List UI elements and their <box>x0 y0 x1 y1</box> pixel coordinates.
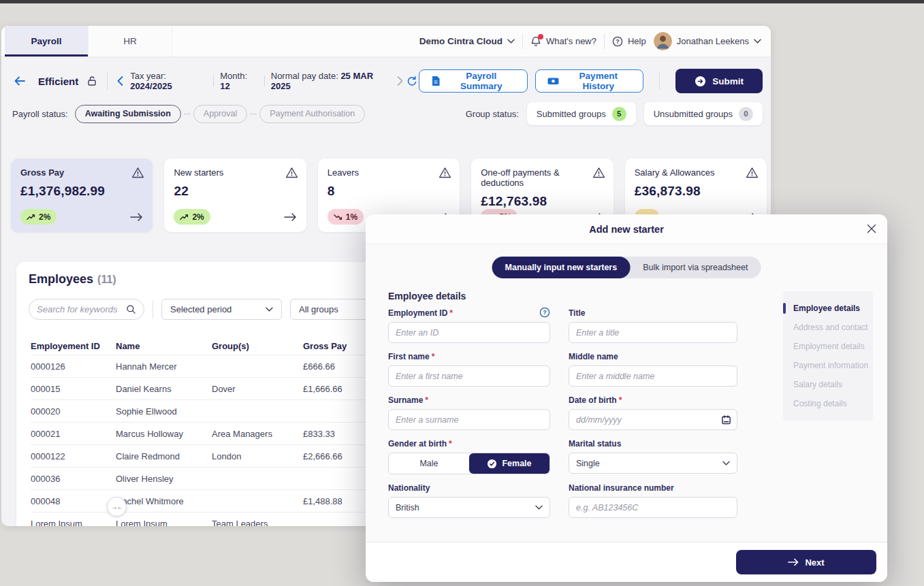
group-status-label: Group status: <box>466 109 519 119</box>
trend-value: 1% <box>346 212 357 222</box>
card-arrow-icon[interactable] <box>130 212 143 222</box>
cell-id: Lorem Ipsum <box>31 519 116 527</box>
cell-groups: London <box>212 451 303 461</box>
user-menu[interactable]: Jonathan Leekens <box>654 32 761 50</box>
field-label: Marital status <box>569 439 737 449</box>
help-button[interactable]: ? Help <box>612 36 646 47</box>
whats-new-button[interactable]: What's new? <box>530 36 596 47</box>
card-gross-pay[interactable]: Gross Pay £1,376,982.99 2% <box>11 159 153 232</box>
gender-option-male[interactable]: Male <box>389 453 469 474</box>
marital-status-select[interactable]: Single <box>569 453 737 474</box>
pay-period-info: Tax year: 2024/2025 Month: 12 Normal pay… <box>130 71 390 91</box>
unsubmitted-groups-button[interactable]: Unsubmitted groups 0 <box>644 102 763 125</box>
check-circle-icon <box>487 459 497 469</box>
middle-name-input[interactable] <box>569 365 737 387</box>
cell-name: Marcus Holloway <box>116 429 212 439</box>
step-employee-details[interactable]: Employee details <box>783 299 873 318</box>
back-button[interactable] <box>12 74 27 88</box>
chevron-down-icon <box>266 307 273 312</box>
card-arrow-icon[interactable] <box>284 212 297 222</box>
mode-manual-input[interactable]: Manually input new starters <box>492 257 631 278</box>
title-input[interactable] <box>569 322 737 343</box>
tab-hr[interactable]: HR <box>89 26 172 56</box>
reset-period-icon[interactable] <box>404 74 419 88</box>
ni-number-input[interactable] <box>569 497 737 518</box>
cell-id: 0000122 <box>31 451 116 461</box>
required-mark: * <box>619 395 622 405</box>
warning-icon <box>131 167 144 178</box>
step-employment-details[interactable]: Employment details <box>783 337 873 356</box>
header-actions: Demo Cintra Cloud What's new? ? Help <box>419 26 771 56</box>
month: Month: 12 <box>220 71 258 91</box>
submit-button[interactable]: Submit <box>675 69 763 93</box>
input-mode-toggle: Manually input new starters Bulk import … <box>492 257 761 278</box>
payroll-summary-label: Payroll Summary <box>447 71 515 91</box>
step-payment-information[interactable]: Payment information <box>783 356 873 375</box>
cell-name: Lorem Ipsum <box>116 519 212 527</box>
previous-period-button[interactable] <box>116 75 125 87</box>
next-button[interactable]: Next <box>736 550 876 574</box>
normal-pay-date: Normal pay date: 25 MAR 2025 <box>271 71 391 91</box>
nationality-select[interactable]: British <box>388 497 550 518</box>
mode-manual-label: Manually input new starters <box>505 263 618 272</box>
mode-bulk-import[interactable]: Bulk import via spreadsheet <box>630 257 761 278</box>
close-icon[interactable] <box>867 224 876 233</box>
field-middle-name: Middle name <box>569 352 737 387</box>
document-icon <box>431 76 441 86</box>
status-chip-awaiting-submission: Awaiting Submission <box>75 105 181 123</box>
step-costing-details[interactable]: Costing details <box>783 394 873 413</box>
calendar-icon[interactable] <box>721 414 731 425</box>
help-icon[interactable]: ? <box>539 307 550 318</box>
wizard-steps-nav: Employee details Address and contact Emp… <box>783 291 873 421</box>
date-of-birth-input[interactable] <box>569 409 737 430</box>
cell-name: Hannah Mercer <box>116 361 212 372</box>
employment-id-input[interactable] <box>388 322 550 343</box>
field-label: Date of birth* <box>569 395 737 405</box>
gender-male-label: Male <box>419 459 438 468</box>
cell-id: 000020 <box>31 406 116 417</box>
status-chip-label: Approval <box>204 109 237 118</box>
first-name-input[interactable] <box>388 365 550 387</box>
status-row: Payroll status: Awaiting Submission Appr… <box>1 102 771 125</box>
field-date-of-birth: Date of birth* <box>569 395 737 430</box>
cell-name: Rachel Whitmore <box>116 496 212 506</box>
modal-title: Add new starter <box>589 224 664 235</box>
surname-input[interactable] <box>388 409 550 430</box>
card-new-starters[interactable]: New starters 22 2% <box>164 159 306 232</box>
search-input[interactable] <box>37 304 122 314</box>
step-salary-details[interactable]: Salary details <box>783 375 873 394</box>
card-value: 8 <box>328 184 450 199</box>
submitted-groups-button[interactable]: Submitted groups 5 <box>527 102 636 125</box>
col-header-name: Name <box>116 341 212 351</box>
card-title: Salary & Allowances <box>635 167 757 178</box>
collapse-column-handle[interactable]: →← <box>107 497 127 517</box>
col-header-employment-id: Employement ID <box>31 341 116 351</box>
tab-payroll[interactable]: Payroll <box>5 26 89 56</box>
payroll-status-label: Payroll status: <box>12 109 68 119</box>
cell-groups: Area Managers <box>212 429 303 439</box>
gender-female-label: Female <box>502 459 531 468</box>
info-divider <box>264 76 265 86</box>
field-employment-id: Employment ID* ? <box>388 308 550 343</box>
card-value: £1,376,982.99 <box>20 184 143 199</box>
payroll-summary-button[interactable]: Payroll Summary <box>419 69 528 93</box>
payment-history-button[interactable]: Payment History <box>535 69 643 93</box>
field-title: Title <box>569 308 737 343</box>
environment-selector[interactable]: Demo Cintra Cloud <box>419 36 515 46</box>
add-new-starter-modal: Add new starter Manually input new start… <box>366 214 887 582</box>
period-filter[interactable]: Selected period <box>161 299 282 320</box>
step-address-and-contact[interactable]: Address and contact <box>783 318 873 337</box>
marital-status-value: Single <box>576 459 600 468</box>
search-box[interactable] <box>29 299 144 320</box>
gender-option-female[interactable]: Female <box>469 453 549 474</box>
header-divider <box>604 34 605 49</box>
field-label: Middle name <box>569 352 737 361</box>
trend-pill: 1% <box>328 209 364 225</box>
next-period-button[interactable] <box>396 75 404 87</box>
warning-icon <box>439 167 451 178</box>
header-divider <box>522 34 523 49</box>
employees-title-row: Employees (11) <box>29 272 116 287</box>
top-nav-bar: Payroll HR Demo Cintra Cloud What's new? <box>1 26 771 56</box>
unlock-icon[interactable] <box>85 74 99 88</box>
status-chip-label: Payment Authorisation <box>270 109 355 118</box>
